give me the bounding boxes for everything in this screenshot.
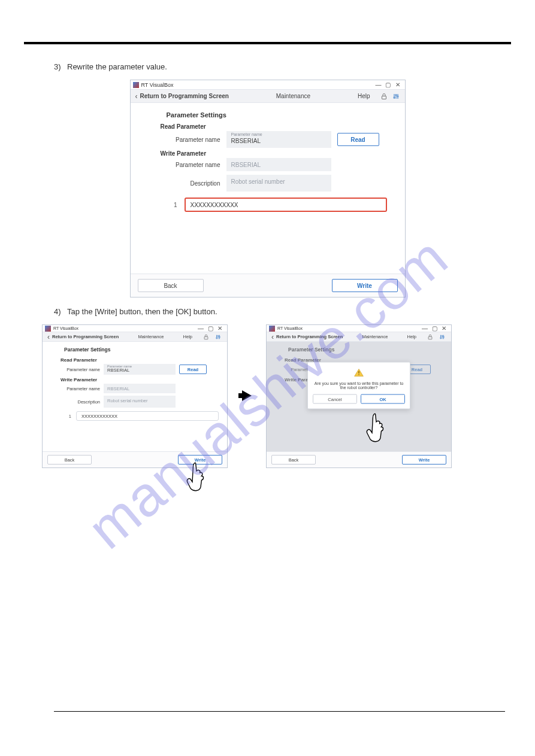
description-label-2: Description xyxy=(64,399,104,405)
back-link[interactable]: Return to Programming Screen xyxy=(140,93,229,99)
write-button-3[interactable]: Write xyxy=(402,455,446,464)
read-parameter-heading: Read Parameter xyxy=(161,123,387,130)
write-button-2[interactable]: Write xyxy=(178,455,222,464)
section-title: Parameter Settings xyxy=(167,111,387,119)
page-title-2: Maintenance xyxy=(119,334,183,339)
window-footer-3: Back Write xyxy=(267,451,451,467)
write-parameter-heading: Write Parameter xyxy=(161,150,387,157)
main-window: RT VisualBox — ▢ ✕ ‹ Return to Programmi… xyxy=(130,80,406,297)
write-param-name-label-2: Parameter name xyxy=(64,386,104,391)
svg-point-3 xyxy=(397,96,398,97)
page-title-3: Maintenance xyxy=(343,334,407,339)
header-bar-3: ‹ Return to Programming Screen Maintenan… xyxy=(267,332,451,342)
svg-point-1 xyxy=(394,97,395,98)
window-title-3: RT VisualBox xyxy=(277,326,420,330)
write-param-name-field: RBSERIAL xyxy=(226,158,331,171)
svg-point-6 xyxy=(217,335,219,336)
settings-icon[interactable] xyxy=(392,92,400,101)
value-index: 1 xyxy=(167,202,185,208)
window-footer: Back Write xyxy=(131,274,405,297)
back-button-2[interactable]: Back xyxy=(47,455,92,464)
read-button-2[interactable]: Read xyxy=(179,365,207,374)
confirm-modal: Are you sure you want to write this para… xyxy=(307,362,410,409)
svg-point-7 xyxy=(219,336,220,338)
page-title: Maintenance xyxy=(229,93,358,99)
step-3-text: 3)3) Rewrite the parameter value.Rewrite… xyxy=(54,62,511,71)
read-button[interactable]: Read xyxy=(337,133,379,146)
close-button[interactable]: ✕ xyxy=(215,325,225,332)
parameter-value-input-2[interactable] xyxy=(76,411,219,421)
arrow-column xyxy=(238,390,255,401)
step-4-text: 4)4) Tap the [Write] button, then the [O… xyxy=(54,307,511,316)
header-bar: ‹ Return to Programming Screen Maintenan… xyxy=(131,90,405,103)
app-logo-icon xyxy=(45,326,51,332)
settings-icon[interactable] xyxy=(214,333,222,341)
back-link-3[interactable]: Return to Programming Screen xyxy=(276,334,343,339)
param-name-label-2: Parameter name xyxy=(64,367,104,372)
minimize-button[interactable]: — xyxy=(196,325,205,332)
back-link-2[interactable]: Return to Programming Screen xyxy=(52,334,119,339)
chevron-left-icon[interactable]: ‹ xyxy=(271,333,274,341)
app-logo-icon xyxy=(133,82,139,88)
close-button[interactable]: ✕ xyxy=(439,325,449,332)
svg-point-5 xyxy=(216,337,217,338)
right-window: RT VisualBox — ▢ ✕ ‹ Return to Programmi… xyxy=(266,324,452,468)
settings-icon[interactable] xyxy=(438,333,446,341)
help-link[interactable]: Help xyxy=(358,93,370,99)
app-logo-icon xyxy=(269,326,275,332)
maximize-button[interactable]: ▢ xyxy=(383,81,393,88)
back-button-3[interactable]: Back xyxy=(271,455,316,464)
write-button[interactable]: Write xyxy=(332,279,398,292)
window-pair: RT VisualBox — ▢ ✕ ‹ Return to Programmi… xyxy=(42,324,511,468)
svg-point-10 xyxy=(442,335,443,336)
lock-icon[interactable] xyxy=(202,333,210,341)
titlebar-2: RT VisualBox — ▢ ✕ xyxy=(43,325,227,332)
bottom-rule xyxy=(54,711,505,712)
warning-icon xyxy=(354,369,364,377)
content-area-3: Parameter Settings Read Parameter Parame… xyxy=(267,342,451,451)
lock-icon[interactable] xyxy=(426,333,434,341)
svg-rect-4 xyxy=(204,336,208,339)
arrow-right-icon xyxy=(242,390,252,401)
param-name-tiny-2: Parameter name xyxy=(107,365,132,368)
maximize-button[interactable]: ▢ xyxy=(430,325,439,332)
window-title-2: RT VisualBox xyxy=(53,326,196,330)
top-rule xyxy=(24,42,511,44)
titlebar-3: RT VisualBox — ▢ ✕ xyxy=(267,325,451,332)
read-parameter-heading-2: Read Parameter xyxy=(61,357,219,363)
chevron-left-icon[interactable]: ‹ xyxy=(47,333,50,341)
section-title-2: Parameter Settings xyxy=(64,347,219,353)
parameter-value-input[interactable] xyxy=(185,198,387,212)
back-button[interactable]: Back xyxy=(138,279,204,292)
modal-message: Are you sure you want to write this para… xyxy=(313,381,405,390)
description-field: Robot serial number xyxy=(226,175,331,192)
ok-button[interactable]: OK xyxy=(361,394,405,404)
value-index-2: 1 xyxy=(64,414,76,419)
svg-point-2 xyxy=(395,95,397,96)
maximize-button[interactable]: ▢ xyxy=(205,325,215,332)
help-link-3[interactable]: Help xyxy=(407,334,416,339)
chevron-left-icon[interactable]: ‹ xyxy=(135,92,138,101)
description-field-2: Robot serial number xyxy=(104,396,176,408)
svg-point-9 xyxy=(440,337,442,338)
left-window: RT VisualBox — ▢ ✕ ‹ Return to Programmi… xyxy=(42,324,228,468)
lock-icon[interactable] xyxy=(380,92,388,101)
description-label: Description xyxy=(167,180,226,187)
help-link-2[interactable]: Help xyxy=(183,334,192,339)
param-name-tiny-label: Parameter name xyxy=(231,132,262,136)
cancel-button[interactable]: Cancel xyxy=(313,394,357,404)
header-bar-2: ‹ Return to Programming Screen Maintenan… xyxy=(43,332,227,342)
svg-rect-8 xyxy=(428,336,432,339)
minimize-button[interactable]: — xyxy=(420,325,430,332)
minimize-button[interactable]: — xyxy=(374,81,383,88)
window-footer-2: Back Write xyxy=(43,451,227,467)
titlebar: RT VisualBox — ▢ ✕ xyxy=(131,80,405,90)
svg-rect-12 xyxy=(358,371,359,374)
write-param-name-field-2: RBSERIAL xyxy=(104,384,176,393)
write-parameter-heading-2: Write Parameter xyxy=(61,377,219,382)
svg-rect-13 xyxy=(358,374,359,375)
param-name-label: Parameter name xyxy=(167,136,226,143)
window-title: RT VisualBox xyxy=(141,82,374,88)
content-area-2: Parameter Settings Read Parameter Parame… xyxy=(43,342,227,451)
close-button[interactable]: ✕ xyxy=(393,81,403,88)
